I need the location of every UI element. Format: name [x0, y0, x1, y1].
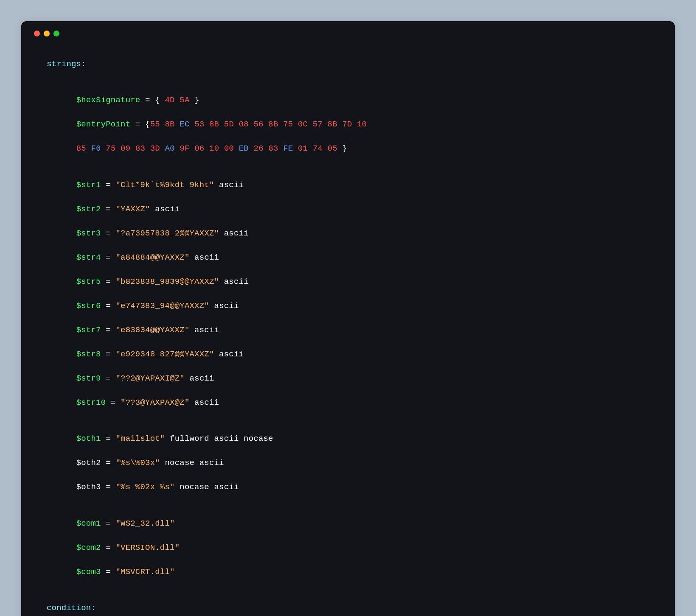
val-com1: "WS2_32.dll": [115, 519, 174, 528]
window-traffic-lights: [34, 31, 662, 46]
val-oth2: "%s\%03x": [115, 458, 160, 468]
var-str4: $str4: [76, 253, 101, 262]
val-str5: "b823838_9839@@YAXXZ": [115, 277, 219, 286]
zoom-window-button[interactable]: [53, 31, 59, 36]
val-str7: "e83834@@YAXXZ": [115, 325, 189, 335]
var-str1: $str1: [76, 180, 101, 190]
var-str3: $str3: [76, 229, 101, 238]
val-str3: "?a73957838_2@@YAXXZ": [115, 229, 219, 238]
section-strings: strings:: [47, 59, 86, 69]
var-oth3: $oth3: [76, 482, 101, 492]
val-str6: "e747383_94@@YAXXZ": [115, 301, 209, 311]
minimize-window-button[interactable]: [44, 31, 50, 36]
var-str6: $str6: [76, 301, 101, 311]
var-entryPoint: $entryPoint: [76, 120, 131, 129]
var-str5: $str5: [76, 277, 101, 286]
code-block: strings: $hexSignature = { 4D 5A } $entr…: [34, 46, 662, 616]
var-com1: $com1: [76, 519, 101, 528]
var-str9: $str9: [76, 374, 101, 383]
var-str10: $str10: [76, 398, 106, 407]
val-str8: "e929348_827@@YAXXZ": [115, 350, 214, 359]
close-window-button[interactable]: [34, 31, 40, 36]
var-hexSignature: $hexSignature: [76, 95, 140, 105]
terminal-window: strings: $hexSignature = { 4D 5A } $entr…: [21, 21, 675, 616]
section-condition: condition:: [47, 603, 96, 613]
var-str7: $str7: [76, 325, 101, 335]
val-str4: "a84884@@YAXXZ": [115, 253, 189, 262]
val-oth3: "%s %02x %s": [115, 482, 174, 492]
val-str9: "??2@YAPAXI@Z": [115, 374, 184, 383]
var-com3: $com3: [76, 567, 101, 577]
var-oth2: $oth2: [76, 458, 101, 468]
var-com2: $com2: [76, 543, 101, 552]
var-oth1: $oth1: [76, 434, 101, 443]
var-str2: $str2: [76, 204, 101, 214]
var-str8: $str8: [76, 350, 101, 359]
val-str2: "YAXXZ": [115, 204, 150, 214]
val-com3: "MSVCRT.dll": [115, 567, 174, 577]
val-com2: "VERSION.dll": [115, 543, 180, 552]
val-oth1: "mailslot": [115, 434, 165, 443]
val-str10: "??3@YAXPAX@Z": [121, 398, 189, 407]
val-str1: "Clt*9k`t%9kdt 9kht": [115, 180, 214, 190]
